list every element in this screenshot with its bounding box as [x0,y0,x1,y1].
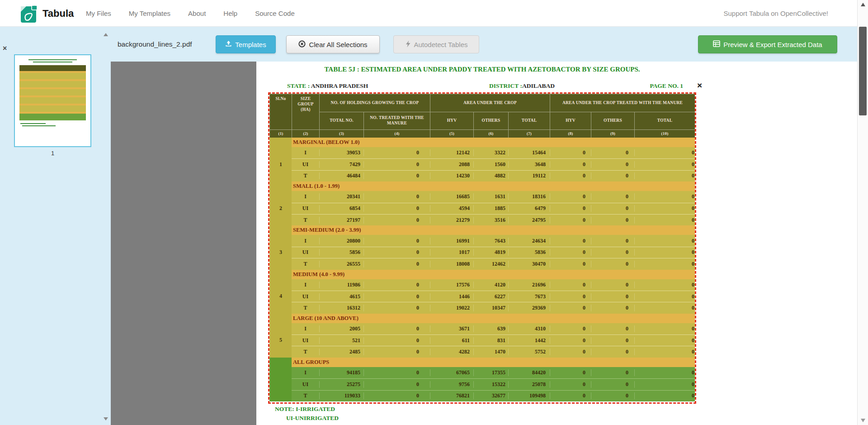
district-value: ADILABAD [522,82,555,89]
thumbnail-preview [15,59,90,126]
support-link[interactable]: Support Tabula on OpenCollective! [723,0,828,27]
main-scrollbar[interactable] [857,0,868,425]
menu-item-source-code[interactable]: Source Code [255,10,295,17]
scroll-up-icon[interactable] [861,3,865,6]
lightning-icon [405,40,411,49]
pdf-page[interactable]: TABLE 5J : ESTIMATED AREA UNDER PADDY TR… [256,62,857,425]
tabula-logo-icon[interactable] [20,4,39,24]
pdf-table-title: TABLE 5J : ESTIMATED AREA UNDER PADDY TR… [269,66,695,73]
scrollbar-thumb[interactable] [859,27,867,115]
sidebar-scroll-down-icon[interactable] [104,417,108,420]
document-filename: background_lines_2.pdf [118,27,192,62]
circle-x-icon [298,40,306,49]
page-number-label: 1 [14,150,91,157]
note-line-1: NOTE: I-IRRIGATED [275,406,335,413]
pdf-meta-row: STATE : ANDHRA PRADESH DISTRICT :ADILABA… [269,82,695,91]
district-field: DISTRICT :ADILABAD [489,82,555,90]
menu-item-my-files[interactable]: My Files [86,10,111,17]
menu-item-about[interactable]: About [188,10,206,17]
menu-item-my-templates[interactable]: My Templates [129,10,170,17]
page-no-label: PAGE NO. 1 [650,82,683,90]
page-thumbnail[interactable] [14,54,91,147]
table-list-icon [713,40,720,48]
export-button-label: Preview & Export Extracted Data [723,41,822,48]
remove-page-icon[interactable]: × [3,45,7,52]
templates-button-label: Templates [235,41,266,48]
note-line-2: UI-UNIRRIGATED [286,415,339,422]
state-label: STATE : [287,82,310,89]
menu-item-help[interactable]: Help [223,10,237,17]
document-area: TABLE 5J : ESTIMATED AREA UNDER PADDY TR… [111,62,857,425]
autodetect-button-label: Autodetect Tables [414,41,468,48]
clear-button-label: Clear All Selections [309,41,367,48]
state-value: ANDHRA PRADESH [311,82,368,89]
selection-close-icon[interactable]: × [697,81,702,90]
tabula-app: Tabula My Files My Templates About Help … [0,0,868,425]
preview-export-button[interactable]: Preview & Export Extracted Data [698,35,837,53]
navbar: Tabula My Files My Templates About Help … [0,0,868,27]
table-selection-box[interactable] [268,92,696,404]
sidebar-scroll-up-icon[interactable] [104,33,108,36]
scroll-down-icon[interactable] [861,419,865,422]
templates-button[interactable]: Templates [216,35,276,53]
autodetect-tables-button[interactable]: Autodetect Tables [393,35,479,53]
district-label: DISTRICT : [489,82,522,89]
toolbar: background_lines_2.pdf Templates Clear A… [0,27,857,62]
clear-all-selections-button[interactable]: Clear All Selections [286,35,380,53]
main-menu: My Files My Templates About Help Source … [86,0,295,27]
templates-icon [225,40,232,48]
page-list-sidebar: × 1 [0,27,111,425]
state-field: STATE : ANDHRA PRADESH [287,82,368,90]
brand-title[interactable]: Tabula [42,0,74,27]
